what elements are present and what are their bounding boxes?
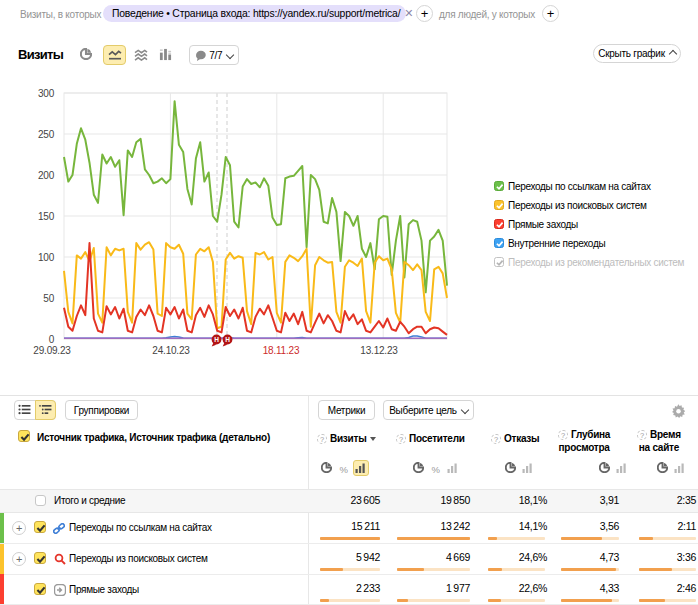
svg-text:150: 150 [38, 211, 55, 222]
svg-text:H: H [225, 336, 230, 343]
svg-text:24.10.23: 24.10.23 [152, 345, 190, 356]
svg-text:300: 300 [38, 88, 55, 99]
svg-text:250: 250 [38, 129, 55, 140]
svg-text:0: 0 [49, 334, 55, 345]
svg-text:13.12.23: 13.12.23 [360, 345, 398, 356]
svg-text:200: 200 [38, 170, 55, 181]
svg-text:50: 50 [43, 293, 54, 304]
svg-text:29.09.23: 29.09.23 [33, 345, 71, 356]
svg-text:H: H [214, 336, 219, 343]
svg-text:100: 100 [38, 252, 55, 263]
svg-text:18.11.23: 18.11.23 [263, 345, 300, 356]
